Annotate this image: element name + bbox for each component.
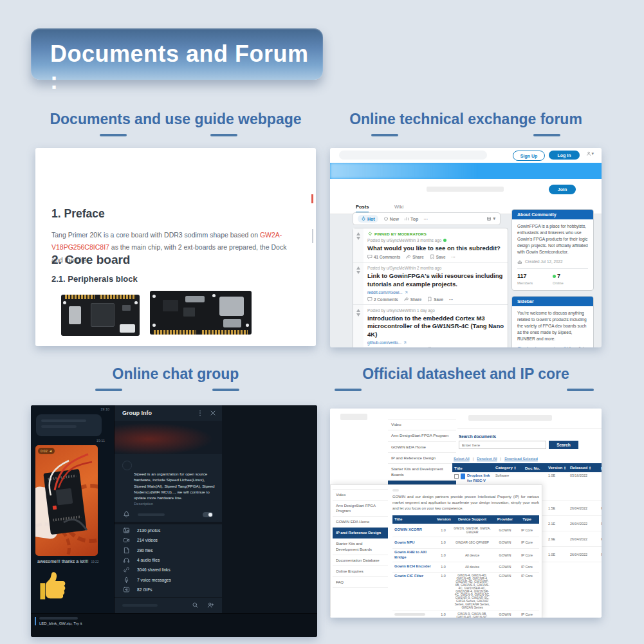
menu-item-arm[interactable]: Arm DesignStart FPGA Program	[333, 501, 388, 517]
upvote-button[interactable]	[356, 266, 360, 270]
post-actions: 41 Comments Share Save ···	[367, 254, 504, 259]
media-row-photos[interactable]: 2130 photos	[115, 526, 222, 535]
menu-item-arm[interactable]: Arm DesignStart FPGA Program	[388, 430, 456, 441]
comments-button[interactable]: 3 Comments	[367, 347, 398, 347]
menu-item-starter-kits[interactable]: Starter Kits and Development Boards	[388, 464, 456, 481]
notifications-label-blurred	[138, 513, 165, 516]
sidebar-card: Sidebar You're welcome to discuss anythi…	[511, 296, 594, 347]
post-title[interactable]: Link to GowinFPGA's wiki resources inclu…	[367, 272, 504, 288]
document-search-input[interactable]	[459, 441, 546, 449]
pin-icon	[367, 232, 373, 237]
deselect-all-link[interactable]: Deselect All	[477, 457, 497, 461]
close-icon[interactable]	[209, 409, 217, 417]
thumbs-up-sticker	[35, 567, 72, 605]
menu-item-online-enquires[interactable]: Online Enquires	[333, 566, 388, 577]
menu-item-video[interactable]: Video	[388, 419, 456, 430]
sort-version[interactable]: Version▲▼	[546, 464, 568, 471]
menu-item-video[interactable]: Video	[333, 490, 388, 501]
doc-heading-preface: 1. Preface	[51, 207, 105, 221]
comments-button[interactable]: 2 Comments	[367, 297, 398, 302]
post-external-link[interactable]: reddit.com/r/Gowi...	[367, 290, 504, 295]
title-banner: Documents and Forum :	[31, 28, 323, 80]
menu-item-starter-kits[interactable]: Starter Kits and Development Boards	[333, 538, 388, 555]
ip-title-link[interactable]: Gowin NPU	[392, 539, 435, 547]
voice-messages-icon	[123, 576, 130, 584]
notifications-toggle[interactable]	[203, 512, 213, 517]
gif-icon	[123, 586, 130, 593]
group-info-panel: Group Info Sipeed is an organization for…	[115, 405, 222, 613]
downvote-button[interactable]	[356, 271, 360, 274]
media-row-videos[interactable]: 214 videos	[115, 535, 222, 545]
download-selected-link[interactable]: Download Selected	[504, 457, 538, 461]
menu-item-eda[interactable]: GOWIN EDA Home	[333, 517, 388, 528]
save-button[interactable]: Save	[430, 254, 446, 259]
sort-released[interactable]: Released▲▼	[568, 464, 599, 471]
sort-new[interactable]: New	[383, 216, 399, 221]
select-all-link[interactable]: Select All	[454, 457, 470, 461]
more-options-icon[interactable]	[196, 409, 204, 417]
search-button[interactable]: Search	[549, 441, 578, 449]
view-toggle-button[interactable]: ▾	[486, 216, 495, 221]
ip-title-link[interactable]: Gowin BCH Encoder	[392, 563, 435, 571]
video-duration-badge: 0:02◄	[38, 448, 55, 454]
media-row-audio[interactable]: 4 audio files	[115, 555, 222, 565]
video-message[interactable]: 0:02◄	[35, 445, 98, 556]
sort-more-button[interactable]: ···	[423, 217, 428, 221]
post-external-link[interactable]: github.com/verilo...	[367, 340, 504, 345]
menu-item-faq[interactable]: FAQ	[333, 577, 388, 588]
media-row-voice[interactable]: 7 voice messages	[115, 575, 222, 584]
media-row-files[interactable]: 280 files	[115, 546, 222, 555]
downvote-button[interactable]	[356, 237, 360, 240]
post-title[interactable]: What would you like to see on this subre…	[367, 244, 504, 252]
tab-wiki[interactable]: Wiki	[394, 204, 403, 210]
sign-up-button[interactable]: Sign Up	[513, 151, 545, 161]
media-row-gifs[interactable]: 82 GIFs	[115, 585, 222, 594]
post-more-button[interactable]: ···	[449, 297, 453, 302]
menu-item-eda[interactable]: GOWIN EDA Home	[388, 442, 456, 453]
menu-item-doc-database[interactable]: Documentation Database	[333, 555, 388, 566]
post-title[interactable]: Introduction to the embedded Cortex M3 m…	[367, 315, 504, 338]
divider-dash	[95, 389, 122, 391]
menu-item-ip-reference[interactable]: IP and Reference Design	[333, 528, 388, 538]
downvote-button[interactable]	[356, 313, 360, 317]
sort-category[interactable]: Category▲▼	[493, 464, 523, 471]
tab-posts[interactable]: Posts	[356, 204, 369, 213]
post-meta: Posted by u/SyncMeWithin 1 day ago	[367, 308, 504, 313]
post-more-button[interactable]: ···	[452, 255, 455, 259]
search-bar[interactable]	[339, 151, 487, 160]
share-button[interactable]: Share	[406, 254, 424, 259]
add-member-icon[interactable]	[207, 602, 214, 609]
user-menu-button[interactable]: ▾	[586, 151, 594, 156]
row-checkbox[interactable]	[454, 474, 459, 479]
share-button[interactable]: Share	[404, 297, 422, 302]
ip-title-link[interactable]: Gowin AHB to AXI Bridge	[392, 549, 435, 562]
scrollbar-thumb[interactable]	[312, 229, 313, 243]
media-row-links[interactable]: 3046 shared links	[115, 565, 222, 575]
content-divider	[457, 428, 602, 428]
sort-hot[interactable]: Hot	[358, 215, 378, 223]
ip-title-link[interactable]: GOWIN XCORR	[392, 526, 435, 534]
reply-quote-message: LED_blink_GW.zip, Try it	[35, 617, 82, 625]
menu-item-ip[interactable]: IP and Reference Design	[388, 453, 456, 464]
post-row: Posted by u/SyncMeWithin 1 day ago Intro…	[353, 304, 508, 347]
shared-media-list: 2130 photos 214 videos 280 files 4 audio…	[115, 526, 222, 594]
ip-row: Gowin BCH Encoder 1.0 All device GOWIN I…	[392, 562, 539, 573]
upvote-button[interactable]	[356, 309, 360, 312]
join-button[interactable]: Join	[549, 185, 576, 194]
message-input-strip[interactable]: LED_blink_GW.zip, Try it	[31, 613, 317, 637]
save-button[interactable]: Save	[427, 297, 443, 302]
search-icon[interactable]	[192, 602, 199, 609]
ip-title-link[interactable]: Gowin CIC Filter	[392, 573, 435, 611]
log-in-button[interactable]: Log In	[549, 151, 580, 160]
comments-button[interactable]: 41 Comments	[367, 254, 400, 259]
wiki-link[interactable]: Check out our growing wiki	[517, 346, 568, 347]
forum-navbar: Sign Up Log In ▾	[330, 148, 602, 163]
notifications-row[interactable]	[115, 510, 222, 520]
share-button[interactable]: Share	[404, 347, 422, 347]
sort-top[interactable]: Top	[404, 216, 418, 221]
upvote-button[interactable]	[356, 232, 360, 235]
documents-table-header: Title Category▲▼ Doc No. Version▲▼ Relea…	[452, 463, 602, 472]
save-button[interactable]: Save	[427, 347, 443, 347]
section-title-forum: Online technical exchange forum	[330, 111, 602, 128]
ip-core-screen: Video Arm DesignStart FPGA Program GOWIN…	[330, 484, 542, 618]
